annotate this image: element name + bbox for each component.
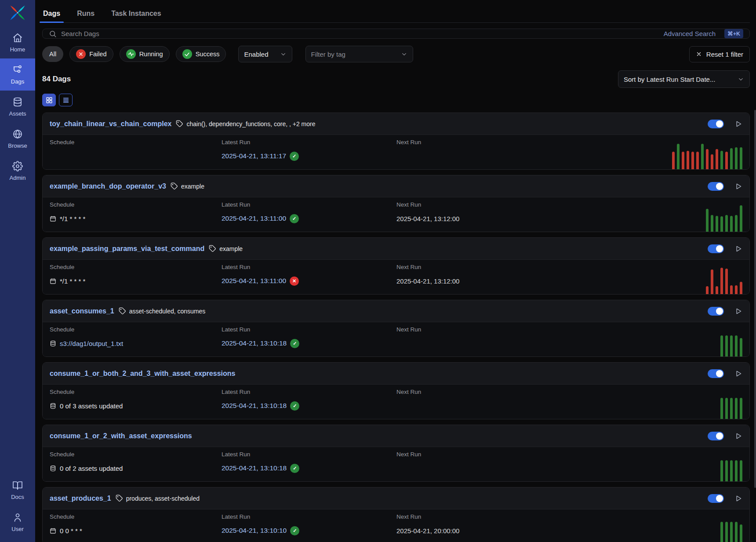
run-bar[interactable] [677, 144, 680, 169]
run-bar[interactable] [740, 205, 742, 232]
run-bar[interactable] [735, 522, 738, 542]
run-bar[interactable] [735, 285, 738, 294]
run-bar[interactable] [696, 152, 699, 169]
sidebar-item-admin[interactable]: Admin [0, 155, 35, 187]
run-bar[interactable] [706, 149, 709, 169]
filter-success-chip[interactable]: Success [176, 46, 226, 62]
dag-title-link[interactable]: example_branch_dop_operator_v3 [50, 182, 166, 190]
card-view-button[interactable] [42, 94, 56, 106]
run-bar[interactable] [720, 460, 723, 481]
run-bar[interactable] [691, 152, 694, 169]
filter-by-tag-select[interactable]: Filter by tag [305, 46, 413, 62]
recent-runs-bar-chart[interactable] [720, 522, 742, 542]
run-bar[interactable] [682, 152, 684, 169]
run-bar[interactable] [740, 398, 742, 419]
trigger-dag-button[interactable] [734, 307, 742, 315]
sidebar-item-home[interactable]: Home [0, 26, 35, 58]
run-bar[interactable] [740, 338, 742, 356]
sidebar-item-dags[interactable]: Dags [0, 58, 35, 91]
run-bar[interactable] [672, 152, 675, 169]
schedule-text[interactable]: 0 0 * * * [60, 527, 82, 535]
run-bar[interactable] [711, 215, 713, 232]
run-bar[interactable] [735, 335, 738, 356]
run-bar[interactable] [730, 460, 733, 481]
tab-runs[interactable]: Runs [76, 5, 95, 22]
run-bar[interactable] [735, 147, 738, 169]
airflow-logo[interactable] [0, 0, 35, 26]
run-bar[interactable] [706, 209, 709, 232]
scrollbar[interactable] [754, 110, 756, 488]
run-bar[interactable] [716, 286, 718, 294]
run-bar[interactable] [740, 282, 742, 294]
dag-title-link[interactable]: toy_chain_linear_vs_chain_complex [50, 120, 171, 128]
pause-toggle[interactable] [708, 307, 724, 316]
run-bar[interactable] [716, 149, 718, 169]
recent-runs-bar-chart[interactable] [720, 335, 742, 356]
schedule-text[interactable]: 0 of 3 assets updated [60, 402, 123, 410]
trigger-dag-button[interactable] [734, 370, 742, 378]
recent-runs-bar-chart[interactable] [720, 460, 742, 481]
filter-failed-chip[interactable]: Failed [69, 46, 113, 62]
pause-toggle[interactable] [708, 432, 724, 440]
run-bar[interactable] [716, 216, 718, 232]
run-bar[interactable] [730, 335, 733, 356]
run-bar[interactable] [735, 398, 738, 419]
reset-filter-button[interactable]: Reset 1 filter [689, 46, 750, 62]
search-bar[interactable]: Search Dags Advanced Search ⌘+K [42, 29, 750, 39]
tab-task-instances[interactable]: Task Instances [110, 5, 162, 22]
dag-title-link[interactable]: asset_consumes_1 [50, 307, 114, 315]
run-bar[interactable] [730, 522, 733, 542]
sidebar-item-user[interactable]: User [0, 506, 35, 542]
trigger-dag-button[interactable] [734, 432, 742, 440]
dag-title-link[interactable]: example_passing_params_via_test_command [50, 245, 204, 253]
latest-run-time-link[interactable]: 2025-04-21, 13:10:10 [222, 527, 287, 535]
pause-toggle[interactable] [708, 120, 724, 128]
latest-run-time-link[interactable]: 2025-04-21, 13:11:00 [222, 215, 286, 222]
run-bar[interactable] [687, 151, 689, 169]
recent-runs-bar-chart[interactable] [720, 398, 742, 419]
pause-toggle[interactable] [708, 182, 724, 191]
sidebar-item-assets[interactable]: Assets [0, 91, 35, 123]
pause-toggle[interactable] [708, 494, 724, 503]
dag-title-link[interactable]: consume_1_or_both_2_and_3_with_asset_exp… [50, 370, 235, 378]
recent-runs-bar-chart[interactable] [706, 205, 742, 232]
advanced-search-link[interactable]: Advanced Search [664, 30, 716, 37]
run-bar[interactable] [735, 215, 738, 232]
recent-runs-bar-chart[interactable] [706, 268, 742, 294]
latest-run-time-link[interactable]: 2025-04-21, 13:11:00 [222, 277, 286, 285]
run-bar[interactable] [730, 398, 733, 419]
run-bar[interactable] [725, 398, 728, 419]
latest-run-time-link[interactable]: 2025-04-21, 13:11:17 [222, 152, 286, 160]
run-bar[interactable] [711, 154, 713, 169]
run-bar[interactable] [720, 522, 723, 542]
run-bar[interactable] [740, 460, 742, 481]
sort-select[interactable]: Sort by Latest Run Start Date... [618, 70, 750, 88]
run-bar[interactable] [740, 524, 742, 542]
trigger-dag-button[interactable] [734, 120, 742, 128]
trigger-dag-button[interactable] [734, 245, 742, 253]
dag-title-link[interactable]: asset_produces_1 [50, 495, 111, 502]
filter-running-chip[interactable]: Running [120, 46, 170, 62]
schedule-text[interactable]: */1 * * * * [60, 277, 85, 285]
table-view-button[interactable] [59, 94, 73, 106]
run-bar[interactable] [735, 460, 738, 481]
latest-run-time-link[interactable]: 2025-04-21, 13:10:18 [222, 339, 287, 347]
filter-all-chip[interactable]: All [42, 46, 63, 62]
trigger-dag-button[interactable] [734, 495, 742, 502]
run-bar[interactable] [725, 335, 728, 356]
run-bar[interactable] [730, 148, 733, 169]
search-input[interactable]: Search Dags [61, 30, 659, 37]
run-bar[interactable] [711, 269, 713, 294]
run-bar[interactable] [720, 335, 723, 356]
tab-dags[interactable]: Dags [42, 5, 61, 22]
run-bar[interactable] [701, 144, 704, 169]
schedule-text[interactable]: 0 of 2 assets updated [60, 465, 123, 472]
dag-title-link[interactable]: consume_1_or_2_with_asset_expressions [50, 432, 192, 440]
run-bar[interactable] [730, 216, 733, 232]
run-bar[interactable] [720, 151, 723, 169]
schedule-text[interactable]: */1 * * * * [60, 215, 85, 222]
run-bar[interactable] [725, 269, 728, 294]
sidebar-item-browse[interactable]: Browse [0, 123, 35, 155]
run-bar[interactable] [725, 215, 728, 232]
latest-run-time-link[interactable]: 2025-04-21, 13:10:18 [222, 402, 287, 410]
